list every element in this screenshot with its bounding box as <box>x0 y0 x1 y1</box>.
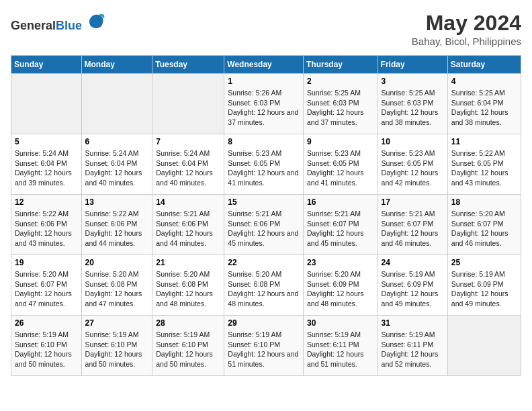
day-number: 25 <box>451 258 517 267</box>
calendar-cell: 29Sunrise: 5:19 AMSunset: 6:10 PMDayligh… <box>224 316 304 376</box>
logo: GeneralBlue <box>11 11 105 33</box>
day-number: 3 <box>382 77 444 86</box>
day-number: 4 <box>451 77 517 86</box>
day-info: Sunrise: 5:22 AMSunset: 6:05 PMDaylight:… <box>451 148 517 188</box>
calendar-cell: 27Sunrise: 5:19 AMSunset: 6:10 PMDayligh… <box>81 316 152 376</box>
calendar-cell: 2Sunrise: 5:25 AMSunset: 6:03 PMDaylight… <box>303 74 378 134</box>
calendar-cell: 20Sunrise: 5:20 AMSunset: 6:08 PMDayligh… <box>81 255 152 316</box>
calendar-cell <box>152 74 224 134</box>
location-title: Bahay, Bicol, Philippines <box>412 36 521 47</box>
calendar-cell: 4Sunrise: 5:25 AMSunset: 6:04 PMDaylight… <box>447 74 521 134</box>
weekday-header-sunday: Sunday <box>11 56 82 74</box>
week-row-5: 26Sunrise: 5:19 AMSunset: 6:10 PMDayligh… <box>11 316 521 376</box>
weekday-header-wednesday: Wednesday <box>224 56 304 74</box>
day-info: Sunrise: 5:25 AMSunset: 6:04 PMDaylight:… <box>451 88 517 128</box>
day-info: Sunrise: 5:20 AMSunset: 6:08 PMDaylight:… <box>228 269 300 309</box>
logo-text-general: General <box>11 19 56 32</box>
week-row-4: 19Sunrise: 5:20 AMSunset: 6:07 PMDayligh… <box>11 255 521 316</box>
weekday-header-thursday: Thursday <box>303 56 378 74</box>
day-number: 15 <box>228 197 300 207</box>
day-number: 1 <box>228 77 300 86</box>
calendar-table: SundayMondayTuesdayWednesdayThursdayFrid… <box>11 55 521 376</box>
logo-icon <box>87 11 105 30</box>
day-info: Sunrise: 5:19 AMSunset: 6:09 PMDaylight:… <box>382 269 444 309</box>
day-number: 11 <box>451 137 517 146</box>
calendar-cell: 22Sunrise: 5:20 AMSunset: 6:08 PMDayligh… <box>224 255 304 316</box>
calendar-cell: 9Sunrise: 5:23 AMSunset: 6:05 PMDaylight… <box>303 134 378 195</box>
calendar-cell: 14Sunrise: 5:21 AMSunset: 6:06 PMDayligh… <box>152 195 224 255</box>
day-info: Sunrise: 5:26 AMSunset: 6:03 PMDaylight:… <box>228 88 300 128</box>
day-number: 28 <box>156 318 220 328</box>
month-title: May 2024 <box>412 11 521 36</box>
day-info: Sunrise: 5:22 AMSunset: 6:06 PMDaylight:… <box>85 209 149 248</box>
day-number: 10 <box>382 137 444 146</box>
week-row-2: 5Sunrise: 5:24 AMSunset: 6:04 PMDaylight… <box>11 134 521 195</box>
calendar-cell: 19Sunrise: 5:20 AMSunset: 6:07 PMDayligh… <box>11 255 82 316</box>
day-info: Sunrise: 5:25 AMSunset: 6:03 PMDaylight:… <box>382 88 444 128</box>
day-number: 12 <box>15 197 78 207</box>
calendar-cell: 12Sunrise: 5:22 AMSunset: 6:06 PMDayligh… <box>11 195 82 255</box>
day-info: Sunrise: 5:20 AMSunset: 6:07 PMDaylight:… <box>451 209 517 248</box>
calendar-cell: 11Sunrise: 5:22 AMSunset: 6:05 PMDayligh… <box>447 134 521 195</box>
title-block: May 2024 Bahay, Bicol, Philippines <box>412 11 521 47</box>
day-number: 8 <box>228 137 300 146</box>
day-info: Sunrise: 5:20 AMSunset: 6:08 PMDaylight:… <box>85 269 149 309</box>
calendar-cell: 5Sunrise: 5:24 AMSunset: 6:04 PMDaylight… <box>11 134 82 195</box>
calendar-cell: 31Sunrise: 5:19 AMSunset: 6:11 PMDayligh… <box>378 316 447 376</box>
calendar-cell <box>11 74 82 134</box>
day-info: Sunrise: 5:21 AMSunset: 6:06 PMDaylight:… <box>156 209 220 248</box>
calendar-cell: 25Sunrise: 5:19 AMSunset: 6:09 PMDayligh… <box>447 255 521 316</box>
calendar-cell: 16Sunrise: 5:21 AMSunset: 6:07 PMDayligh… <box>303 195 378 255</box>
day-number: 23 <box>307 258 374 267</box>
day-number: 20 <box>85 258 149 267</box>
day-number: 13 <box>85 197 149 207</box>
weekday-header-monday: Monday <box>81 56 152 74</box>
day-info: Sunrise: 5:20 AMSunset: 6:07 PMDaylight:… <box>15 269 78 309</box>
day-number: 18 <box>451 197 517 207</box>
day-number: 22 <box>228 258 300 267</box>
calendar-cell <box>447 316 521 376</box>
day-number: 30 <box>307 318 374 328</box>
day-info: Sunrise: 5:19 AMSunset: 6:10 PMDaylight:… <box>15 330 78 369</box>
logo-text-blue: Blue <box>56 19 82 32</box>
day-number: 31 <box>382 318 444 328</box>
day-number: 27 <box>85 318 149 328</box>
day-info: Sunrise: 5:23 AMSunset: 6:05 PMDaylight:… <box>307 148 374 188</box>
week-row-1: 1Sunrise: 5:26 AMSunset: 6:03 PMDaylight… <box>11 74 521 134</box>
calendar-cell: 8Sunrise: 5:23 AMSunset: 6:05 PMDaylight… <box>224 134 304 195</box>
day-info: Sunrise: 5:19 AMSunset: 6:10 PMDaylight:… <box>156 330 220 369</box>
weekday-header-friday: Friday <box>378 56 447 74</box>
calendar-cell: 17Sunrise: 5:21 AMSunset: 6:07 PMDayligh… <box>378 195 447 255</box>
calendar-cell: 13Sunrise: 5:22 AMSunset: 6:06 PMDayligh… <box>81 195 152 255</box>
calendar-cell: 21Sunrise: 5:20 AMSunset: 6:08 PMDayligh… <box>152 255 224 316</box>
week-row-3: 12Sunrise: 5:22 AMSunset: 6:06 PMDayligh… <box>11 195 521 255</box>
calendar-cell: 10Sunrise: 5:23 AMSunset: 6:05 PMDayligh… <box>378 134 447 195</box>
calendar-cell: 15Sunrise: 5:21 AMSunset: 6:06 PMDayligh… <box>224 195 304 255</box>
calendar-cell: 24Sunrise: 5:19 AMSunset: 6:09 PMDayligh… <box>378 255 447 316</box>
day-number: 19 <box>15 258 78 267</box>
calendar-cell: 6Sunrise: 5:24 AMSunset: 6:04 PMDaylight… <box>81 134 152 195</box>
day-number: 17 <box>382 197 444 207</box>
calendar-cell: 28Sunrise: 5:19 AMSunset: 6:10 PMDayligh… <box>152 316 224 376</box>
weekday-header-tuesday: Tuesday <box>152 56 224 74</box>
day-info: Sunrise: 5:19 AMSunset: 6:09 PMDaylight:… <box>451 269 517 309</box>
day-info: Sunrise: 5:19 AMSunset: 6:11 PMDaylight:… <box>307 330 374 369</box>
day-number: 29 <box>228 318 300 328</box>
calendar-cell: 23Sunrise: 5:20 AMSunset: 6:09 PMDayligh… <box>303 255 378 316</box>
day-number: 6 <box>85 137 149 146</box>
calendar-cell: 30Sunrise: 5:19 AMSunset: 6:11 PMDayligh… <box>303 316 378 376</box>
day-info: Sunrise: 5:21 AMSunset: 6:06 PMDaylight:… <box>228 209 300 248</box>
day-info: Sunrise: 5:20 AMSunset: 6:08 PMDaylight:… <box>156 269 220 309</box>
day-info: Sunrise: 5:21 AMSunset: 6:07 PMDaylight:… <box>382 209 444 248</box>
day-info: Sunrise: 5:20 AMSunset: 6:09 PMDaylight:… <box>307 269 374 309</box>
day-info: Sunrise: 5:19 AMSunset: 6:10 PMDaylight:… <box>228 330 300 369</box>
day-info: Sunrise: 5:24 AMSunset: 6:04 PMDaylight:… <box>85 148 149 188</box>
day-number: 2 <box>307 77 374 86</box>
day-number: 5 <box>15 137 78 146</box>
day-number: 21 <box>156 258 220 267</box>
calendar-cell: 7Sunrise: 5:24 AMSunset: 6:04 PMDaylight… <box>152 134 224 195</box>
day-number: 16 <box>307 197 374 207</box>
day-number: 9 <box>307 137 374 146</box>
calendar-cell <box>81 74 152 134</box>
day-info: Sunrise: 5:19 AMSunset: 6:10 PMDaylight:… <box>85 330 149 369</box>
